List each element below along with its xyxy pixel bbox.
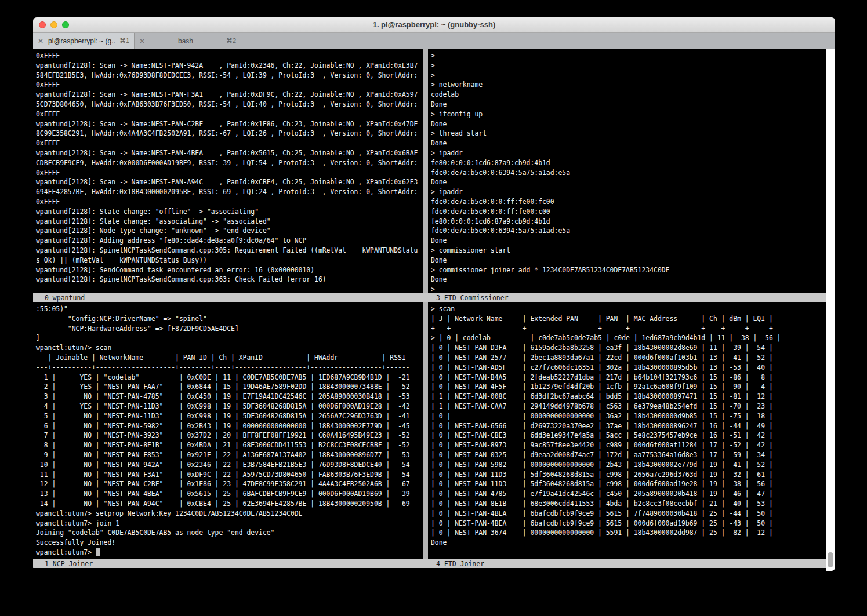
terminal-line: > ifconfig up: [431, 110, 826, 119]
terminal-cursor: [96, 548, 100, 556]
terminal-line: | 0 | NEST-PAN-4BEA | 6bafcdbfcb9f9ce9 |…: [431, 519, 826, 528]
tab-bash[interactable]: ✕ bash ⌘2: [135, 33, 241, 49]
terminal-line: > networkname: [431, 80, 826, 90]
terminal-line: 7 | NO | "NEST-PAN-3923" | 0x37D2 | 20 |…: [36, 431, 423, 440]
pane-divider[interactable]: [423, 49, 428, 293]
terminal-line: 5 | NO | "NEST-PAN-11D3" | 0xC998 | 19 |…: [36, 411, 423, 421]
terminal-line: 6 | NO | "NEST-PAN-5982" | 0x2B43 | 19 |…: [36, 421, 423, 431]
terminal-line: wpantund[2128]: SpinelNCPTaskSendCommand…: [36, 275, 423, 285]
terminal-line: | 0 | NEST-PAN-8973 | 9ac857f8ee3e4420 |…: [431, 440, 826, 450]
prompt-line: wpanctl:utun7>: [36, 548, 423, 557]
terminal-line: s_Ok) || (mRetVal == kWPANTUNDStatus_Bus…: [36, 256, 423, 265]
terminal-line: > commissioner start: [431, 246, 826, 256]
terminal-line: Done: [431, 256, 826, 265]
terminal-line: > ipaddr: [431, 187, 826, 197]
terminal-line: | 0 | NEST-PAN-D3FA | 6159adc3ba8b3258 |…: [431, 343, 826, 353]
pane-ftd-joiner[interactable]: > scan| J | Network Name | Extended PAN …: [428, 302, 826, 559]
tab-shortcut-badge: ⌘1: [119, 37, 129, 45]
terminal-line: fdc0:de7a:b5c0:0:0:ff:fe00:c00: [431, 207, 826, 217]
terminal-line: fe80:0:0:0:1cd6:87a9:cb9d:4b1d: [431, 217, 826, 227]
terminal-line: > commissioner joiner add * 1234C0DE7AB5…: [431, 265, 826, 275]
terminal-line: | 1 | NEST-PAN-CAA7 | 294149dd4978b678 |…: [431, 402, 826, 411]
terminal-line: 0xFFFF: [36, 197, 423, 207]
fullscreen-window-button[interactable]: [62, 21, 69, 28]
terminal-line: 4 | YES | "NEST-PAN-11D3" | 0xC998 | 19 …: [36, 402, 423, 411]
terminal-line: 10 | NO | "NEST-PAN-942A" | 0x2346 | 22 …: [36, 460, 423, 470]
terminal-line: codelab: [431, 90, 826, 100]
pane-status-ftd-commissioner: 3 FTD Commissioner: [428, 293, 826, 302]
terminal-line: Done: [431, 236, 826, 246]
tab-close-icon[interactable]: ✕: [38, 37, 43, 45]
pane-status-wpantund: 0 wpantund: [33, 293, 428, 302]
terminal-line: >: [431, 61, 826, 71]
scrollbar-track[interactable]: [826, 49, 835, 571]
pane-status-ncp-joiner: 1 NCP Joiner: [33, 559, 428, 568]
terminal-line: | 1 | NEST-PAN-008C | 6d3df2bc67aabc64 |…: [431, 392, 826, 402]
terminal-line: | 0 | | 0000000000000000 | 36a2 | 18b430…: [431, 411, 826, 421]
terminal-line: 12 | NO | "NEST-PAN-C2BF" | 0x1E86 | 23 …: [36, 479, 423, 489]
terminal-line: wpantund[2128]: Adding address "fe80::da…: [36, 236, 423, 246]
terminal-line: "NCP:HardwareAddress" => [F872DF9CD5AE4D…: [36, 324, 423, 334]
terminal-line: 8C99E358C291, HwAddr:0x4A4A3C4FB2502A91,…: [36, 129, 423, 138]
terminal-line: ---+----------+--------------------+----…: [36, 363, 423, 373]
terminal-line: | 0 | NEST-PAN-3674 | 0000000000000000 |…: [431, 528, 826, 538]
terminal-line: fdc0:de7a:b5c0:0:0:ff:fe00:fc00: [431, 197, 826, 207]
terminal-line: Done: [431, 119, 826, 129]
traffic-lights: [39, 21, 69, 28]
tmux-statusbar-top: 0 wpantund 3 FTD Commissioner: [33, 293, 826, 302]
terminal-line: Done: [431, 538, 826, 548]
window-title: 1. pi@raspberrypi: ~ (gnubby-ssh): [33, 17, 835, 32]
terminal-line: wpantund[2128]: SpinelNCPTaskSendCommand…: [36, 246, 423, 256]
tmux-statusbar-bottom: 1 NCP Joiner 4 FTD Joiner: [33, 559, 826, 568]
terminal-line: 11 | NO | "NEST-PAN-F3A1" | 0xDF9C | 22 …: [36, 470, 423, 480]
terminal-line: > | 0 | codelab | c0de7ab5c0de7ab5 | c0d…: [431, 333, 826, 343]
scrollbar-thumb[interactable]: [828, 552, 833, 567]
terminal-line: >: [431, 51, 826, 61]
terminal-window: 1. pi@raspberrypi: ~ (gnubby-ssh) ✕ pi@r…: [33, 17, 835, 571]
terminal-line: 2 | YES | "NEST-PAN-FAA7" | 0x6844 | 15 …: [36, 382, 423, 392]
close-window-button[interactable]: [39, 21, 46, 28]
tab-ssh-session[interactable]: ✕ pi@raspberrypi: ~ (g... ⌘1: [33, 33, 135, 49]
terminal-line: 0xFFFF: [36, 80, 423, 90]
terminal-line: wpanctl:utun7> scan: [36, 343, 423, 353]
terminal-line: | 0 | NEST-PAN-CBE3 | 6dd3e1e9347e4a5a |…: [431, 431, 826, 440]
terminal-line: 0xFFFF: [36, 138, 423, 148]
terminal-line: fdc0:de7a:b5c0:0:6394:5a75:a1ad:e5a: [431, 226, 826, 236]
pane-ncp-joiner[interactable]: :55:05)" "Config:NCP:DriverName" => "spi…: [33, 302, 423, 559]
terminal-line: Done: [431, 275, 826, 285]
terminal-line: wpantund[2128]: Scan -> Name:NEST-PAN-4B…: [36, 148, 423, 158]
terminal-line: 8 | NO | "NEST-PAN-8E1B" | 0x4BDA | 21 |…: [36, 440, 423, 450]
terminal-line: >: [431, 285, 826, 293]
terminal-line: 9 | NO | "NEST-PAN-F853" | 0x921E | 22 |…: [36, 450, 423, 460]
top-pane-row: 0xFFFFwpantund[2128]: Scan -> Name:NEST-…: [33, 49, 835, 293]
terminal-line: 13 | NO | "NEST-PAN-4BEA" | 0x5615 | 25 …: [36, 489, 423, 499]
terminal-line: Done: [431, 100, 826, 110]
window-titlebar[interactable]: 1. pi@raspberrypi: ~ (gnubby-ssh): [33, 17, 835, 33]
pane-ftd-commissioner[interactable]: >>>> networknamecodelabDone> ifconfig up…: [428, 49, 826, 293]
terminal-line: Joining "codelab" C0DE7AB5C0DE7AB5 as no…: [36, 528, 423, 538]
terminal-line: | 0 | NEST-PAN-B4A5 | 2fdeab52227d1dba |…: [431, 373, 826, 382]
terminal-line: | J | Network Name | Extended PAN | PAN …: [431, 314, 826, 324]
terminal-line: | 0 | NEST-PAN-4785 | e7f19a41dc42546c |…: [431, 489, 826, 499]
terminal-line: | 0 | NEST-PAN-4BEA | 6bafcdbfcb9f9ce9 |…: [431, 509, 826, 519]
terminal-line: > ipaddr: [431, 148, 826, 158]
terminal-line: Done: [431, 177, 826, 187]
tab-close-icon[interactable]: ✕: [139, 37, 145, 45]
terminal-line: "Config:NCP:DriverName" => "spinel": [36, 314, 423, 324]
tab-bar: ✕ pi@raspberrypi: ~ (g... ⌘1 ✕ bash ⌘2: [33, 33, 835, 49]
terminal-line: wpantund[2128]: Scan -> Name:NEST-PAN-A9…: [36, 177, 423, 187]
terminal-line: >: [431, 71, 826, 81]
terminal-scrollback: :55:05)" "Config:NCP:DriverName" => "spi…: [36, 304, 423, 548]
terminal-line: fdc0:de7a:b5c0:0:6394:5a75:a1ad:e5a: [431, 168, 826, 178]
bottom-pane-row: :55:05)" "Config:NCP:DriverName" => "spi…: [33, 302, 835, 559]
pane-wpantund[interactable]: 0xFFFFwpantund[2128]: Scan -> Name:NEST-…: [33, 49, 423, 293]
tab-shortcut-badge: ⌘2: [226, 37, 236, 45]
terminal-line: :55:05)": [36, 304, 423, 314]
minimize-window-button[interactable]: [50, 21, 57, 28]
pane-divider[interactable]: [423, 302, 428, 559]
terminal-line: wpantund[2128]: Node type change: "unkno…: [36, 226, 423, 236]
terminal-line: | 0 | NEST-PAN-AD5F | c27f7c606dc16351 |…: [431, 363, 826, 373]
terminal-line: | Joinable | NetworkName | PAN ID | Ch |…: [36, 353, 423, 363]
pane-status-ftd-joiner: 4 FTD Joiner: [428, 559, 826, 568]
terminal-line: wpantund[2128]: Scan -> Name:NEST-PAN-94…: [36, 61, 423, 71]
